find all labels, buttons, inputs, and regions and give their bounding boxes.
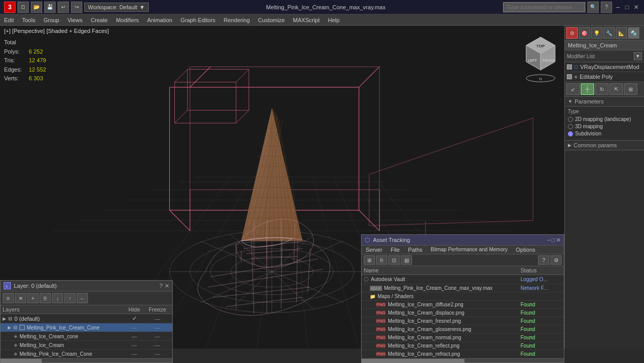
- asset-row-refract[interactable]: PNG Melting_Ice_Cream_refract.png Found: [362, 350, 564, 358]
- layer-default-freeze: —: [145, 316, 170, 322]
- asset-glosseness-label: Melting_Ice_Cream_glosseness.png: [388, 326, 471, 332]
- menu-modifiers[interactable]: Modifiers: [112, 16, 143, 24]
- asset-tool-3[interactable]: ⊡: [388, 255, 400, 265]
- asset-min-button[interactable]: −: [547, 237, 550, 244]
- asset-reflect-name: PNG Melting_Ice_Cream_reflect.png: [376, 343, 521, 349]
- asset-row-displace[interactable]: PNG Melting_Ice_Cream_displace.png Found: [362, 309, 564, 317]
- tool-btn-select[interactable]: ↙: [566, 83, 580, 95]
- viewcube[interactable]: TOP LEFT FRONT N: [525, 36, 556, 67]
- workspace-selector[interactable]: Workspace: Default ▼: [84, 3, 149, 12]
- rp-icon-4[interactable]: 🔧: [603, 27, 615, 39]
- layer-row-ice-cream[interactable]: ◈ Melting_Ice_Cream — —: [1, 341, 172, 350]
- asset-menu-paths[interactable]: Paths: [404, 246, 426, 254]
- layer-row-default[interactable]: ▶ ⊟ 0 (default) ✓ —: [1, 314, 172, 323]
- menu-animation[interactable]: Animation: [143, 16, 176, 24]
- asset-close-button[interactable]: ✕: [556, 237, 561, 244]
- search-button[interactable]: 🔍: [587, 2, 599, 13]
- layer-row-melting-expand[interactable]: ▶: [8, 325, 11, 330]
- asset-tool-4[interactable]: ▤: [401, 255, 412, 265]
- rp-icon-3[interactable]: 💡: [591, 27, 602, 39]
- asset-row-vault[interactable]: ⬡ Autodesk Vault Logged O...: [362, 275, 564, 284]
- tool-btn-scale[interactable]: ⇱: [610, 83, 623, 95]
- layer-row-ice-cream-cone[interactable]: ◈ Melting_Ice_Cream_cone — —: [1, 332, 172, 341]
- asset-row-normal[interactable]: PNG Melting_Ice_Cream_normal.png Found: [362, 334, 564, 342]
- menu-help[interactable]: Help: [324, 16, 344, 24]
- menu-group[interactable]: Group: [40, 16, 64, 24]
- help-button[interactable]: ?: [601, 2, 612, 13]
- menu-tools[interactable]: Tools: [18, 16, 40, 24]
- asset-menu-server[interactable]: Server: [362, 246, 386, 254]
- asset-row-diffuse[interactable]: PNG Melting_Ice_Cream_diffuse2.png Found: [362, 301, 564, 309]
- layer-help-button[interactable]: ?: [159, 283, 163, 289]
- redo-button[interactable]: ↪: [71, 2, 82, 13]
- modifier-dropdown-btn[interactable]: ▼: [634, 52, 642, 60]
- menu-edit[interactable]: Edit: [0, 16, 18, 24]
- undo-button[interactable]: ↩: [58, 2, 69, 13]
- asset-tool-2[interactable]: ⎘: [376, 255, 387, 265]
- radio-3d[interactable]: [568, 124, 573, 129]
- radio-subdiv[interactable]: [568, 131, 573, 136]
- search-input[interactable]: [503, 2, 585, 12]
- layer-ctrl-left[interactable]: ←: [77, 293, 88, 303]
- layer-ctrl-copy[interactable]: ⎘: [40, 293, 51, 303]
- modifier-item-vray[interactable]: ⬡ VRayDisplacementMod: [565, 62, 644, 72]
- tool-btn-rotate[interactable]: ↻: [595, 83, 609, 95]
- rp-icon-5[interactable]: 📐: [616, 27, 627, 39]
- rp-icon-1[interactable]: ⚙: [566, 27, 578, 39]
- minimize-button[interactable]: −: [614, 4, 621, 11]
- parameters-section-header[interactable]: ▼ Parameters: [565, 97, 644, 107]
- asset-row-fresnel[interactable]: PNG Melting_Ice_Cream_fresnel.png Found: [362, 317, 564, 325]
- asset-scrollbar-thumb[interactable]: [362, 359, 464, 363]
- open-button[interactable]: 📂: [31, 2, 42, 13]
- radio-2d[interactable]: [568, 117, 573, 122]
- layer-ctrl-down[interactable]: ↓: [52, 293, 63, 303]
- asset-tool-1[interactable]: ⊞: [364, 255, 375, 265]
- asset-row-glosseness[interactable]: PNG Melting_Ice_Cream_glosseness.png Fou…: [362, 325, 564, 334]
- modifier-item-poly[interactable]: ◈ Editable Poly: [565, 72, 644, 82]
- layer-scrollbar-thumb[interactable]: [1, 359, 42, 363]
- layer-ctrl-add[interactable]: +: [27, 293, 39, 303]
- type-option-subdiv[interactable]: Subdivision: [568, 131, 641, 136]
- modifier-checkbox-poly[interactable]: [567, 74, 572, 79]
- tool-btn-uvw[interactable]: ⊞: [624, 83, 637, 95]
- layer-row-pink-ice-cream[interactable]: ◈ Melting_Pink_Ice_Cream_Cone — —: [1, 350, 172, 358]
- layer-row-melting-cone[interactable]: ▶ ⊟ Melting_Pink_Ice_Cream_Cone — —: [1, 323, 172, 332]
- asset-row-maps-folder[interactable]: 📁 Maps / Shaders: [362, 292, 564, 301]
- asset-max-file-name: MAX Melting_Pink_Ice_Cream_Cone_max_vray…: [370, 285, 521, 291]
- common-params-header[interactable]: ▶ Common params: [565, 141, 644, 150]
- layer-row-default-expand[interactable]: ▶: [3, 316, 6, 321]
- menu-graph-editors[interactable]: Graph Editors: [176, 16, 220, 24]
- menu-create[interactable]: Create: [86, 16, 112, 24]
- asset-row-max-file[interactable]: MAX Melting_Pink_Ice_Cream_Cone_max_vray…: [362, 284, 564, 292]
- asset-scrollbar[interactable]: [362, 358, 564, 362]
- menu-customize[interactable]: Customize: [254, 16, 289, 24]
- asset-menu-options[interactable]: Options: [512, 246, 540, 254]
- layer-close-button[interactable]: ✕: [165, 283, 169, 289]
- asset-max-button[interactable]: □: [551, 237, 555, 244]
- new-button[interactable]: 🗋: [17, 2, 29, 13]
- asset-help-btn[interactable]: ?: [538, 255, 549, 265]
- menu-maxscript[interactable]: MAXScript: [289, 16, 324, 24]
- type-option-2d[interactable]: 2D mapping (landscape): [568, 116, 641, 122]
- layer-ctrl-list[interactable]: ≡: [3, 293, 14, 303]
- rp-icon-2[interactable]: 🎯: [579, 27, 590, 39]
- tool-btn-move[interactable]: ┼: [581, 83, 594, 95]
- modifier-checkbox-vray[interactable]: [567, 64, 572, 70]
- maximize-button[interactable]: □: [623, 4, 631, 11]
- asset-menu-bitmap[interactable]: Bitmap Performance and Memory: [426, 246, 512, 254]
- rp-icon-6[interactable]: 🔩: [628, 27, 639, 39]
- save-button[interactable]: 💾: [44, 2, 56, 13]
- workspace-dropdown-icon[interactable]: ▼: [139, 4, 145, 10]
- menu-rendering[interactable]: Rendering: [220, 16, 254, 24]
- layer-scrollbar[interactable]: [1, 358, 172, 362]
- layer-ctrl-delete[interactable]: ✕: [15, 293, 26, 303]
- close-button[interactable]: ✕: [633, 4, 640, 11]
- layer-ctrl-up[interactable]: ↑: [64, 293, 76, 303]
- asset-menu-file[interactable]: File: [386, 246, 404, 254]
- type-option-3d[interactable]: 3D mapping: [568, 124, 641, 129]
- menu-views[interactable]: Views: [63, 16, 86, 24]
- asset-settings-btn[interactable]: ⚙: [550, 255, 562, 265]
- asset-row-reflect[interactable]: PNG Melting_Ice_Cream_reflect.png Found: [362, 342, 564, 350]
- app-logo[interactable]: 3: [4, 2, 15, 13]
- svg-line-87: [308, 249, 310, 292]
